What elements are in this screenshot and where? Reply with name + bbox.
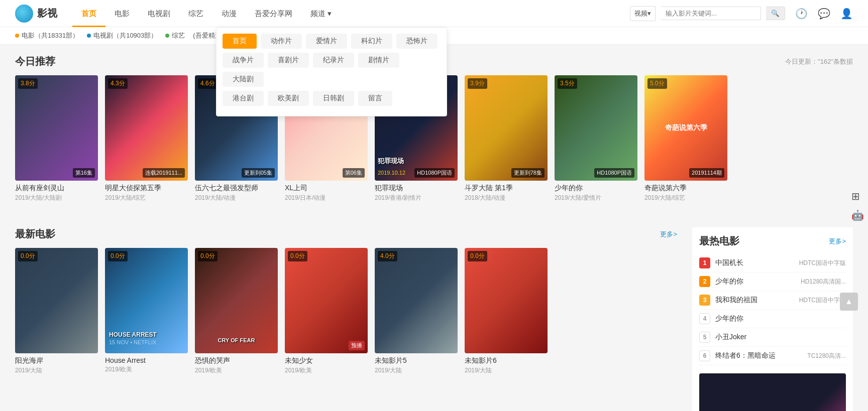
latest-meta-4: 2019/大陆 [375,366,458,375]
hot-movie-title-4: 小丑Joker [715,333,842,342]
user-icon[interactable]: 👤 [840,8,853,20]
hot-movie-tag-0: HDTC国语中字版 [799,259,846,267]
latest-meta-3: 2019/欧美 [285,366,368,375]
filter-horror[interactable]: 恐怖片 [396,34,438,49]
hot-more[interactable]: 更多> [829,237,846,246]
hot-rank-4: 5 [699,332,710,343]
filter-korean[interactable]: 日韩剧 [313,91,354,106]
hot-movies-section: 最热电影 更多> 1 中国机长 HDTC国语中字版 2 少年的你 HD1280高… [692,227,853,411]
today-score-7: 5.0分 [647,78,667,89]
today-meta-7: 2019/大陆/综艺 [644,194,727,202]
nav-item-variety[interactable]: 综艺 [179,0,212,27]
hot-movie-tag-5: TC1280高清... [807,352,846,360]
latest-more[interactable]: 更多> [660,230,677,239]
latest-thumb-3: 0.0分 预播 [285,248,368,353]
chevron-down-icon: ▾ [328,0,332,27]
hot-movie-title-0: 中国机长 [715,258,795,267]
hot-movie-tag-2: HDTC国语中字版 [799,296,846,305]
search-button[interactable]: 🔍 [766,7,785,20]
today-meta-6: 2019/大陆/爱情片 [555,194,637,202]
search-type-select[interactable]: 视频▾ [630,6,656,21]
filter-romance[interactable]: 爱情片 [306,34,347,49]
logo[interactable]: 影视 [15,5,57,23]
ad-banner: 我乐看 www.waleken.com [699,373,846,411]
today-title: 今日推荐 [15,55,55,68]
latest-title-5: 未知影片6 [465,356,548,365]
today-movie-0[interactable]: 3.8分 第16集 从前有座剑灵山 2019/大陆/大陆剧 [15,75,98,202]
message-icon[interactable]: 💬 [818,8,830,20]
latest-title-2: 恐惧的哭声 [195,356,278,365]
filter-drama[interactable]: 剧情片 [358,53,399,68]
nav-item-tv[interactable]: 电视剧 [139,0,179,27]
filter-home[interactable]: 首页 [223,34,257,49]
today-score-0: 3.8分 [18,78,38,89]
hot-list: 最热电影 更多> 1 中国机长 HDTC国语中字版 2 少年的你 HD1280高… [692,227,853,411]
android-icon[interactable]: 🤖 [851,209,864,221]
latest-score-3: 0.0分 [288,251,307,261]
nav-item-share[interactable]: 吾爱分享网 [246,0,301,27]
latest-thumb-date-1: 15 NOV • NETFLIX [109,339,156,345]
nav-item-home[interactable]: 首页 [72,0,105,27]
latest-movie-4[interactable]: 4.0分 未知影片5 2019/大陆 [375,248,458,375]
hot-title: 最热电影 [699,234,739,248]
hot-movie-title-1: 少年的你 [715,277,797,286]
latest-movie-5[interactable]: 0.0分 未知影片6 2019/大陆 [465,248,548,375]
latest-movie-3[interactable]: 0.0分 预播 未知少女 2019/欧美 [285,248,368,375]
filter-western[interactable]: 欧美剧 [268,91,309,106]
nav-item-anime[interactable]: 动漫 [212,0,246,27]
hot-item-4[interactable]: 5 小丑Joker [699,328,846,347]
latest-movie-1[interactable]: 0.0分 HOUSE ARREST 15 NOV • NETFLIX House… [105,248,188,375]
latest-thumb-0: 0.0分 [15,248,98,353]
cat-variety[interactable]: 综艺 [165,31,185,40]
hot-movie-title-5: 终结者6：黑暗命运 [715,351,803,360]
latest-score-4: 4.0分 [378,251,397,261]
today-badge-2: 更新到05集 [242,168,275,178]
hot-item-5[interactable]: 6 终结者6：黑暗命运 TC1280高清... [699,347,846,365]
scroll-up-button[interactable]: ▲ [840,293,858,311]
filter-comedy[interactable]: 喜剧片 [268,53,309,68]
search-input[interactable] [661,7,761,20]
hot-item-2[interactable]: 3 我和我的祖国 HDTC国语中字版 [699,291,846,310]
today-title-6: 少年的你 [555,184,637,193]
today-score-1: 4.3分 [108,78,128,89]
today-title-5: 斗罗大陆 第1季 [465,184,548,193]
nav-item-channel[interactable]: 频道 ▾ [301,0,341,27]
main-nav: 首页 电影 电视剧 综艺 动漫 吾爱分享网 频道 ▾ [72,0,341,27]
today-movie-5[interactable]: 3.9分 更新到78集 斗罗大陆 第1季 2018/大陆/动漫 [465,75,548,202]
latest-title-1: House Arrest [105,356,188,364]
filter-scifi[interactable]: 科幻片 [351,34,392,49]
nav-item-movies[interactable]: 电影 [105,0,139,27]
today-badge-1: 连载2019111... [143,168,185,178]
latest-thumb-4: 4.0分 [375,248,458,353]
latest-movie-2[interactable]: 0.0分 CRY OF FEAR 恐惧的哭声 2019/欧美 [195,248,278,375]
today-update: 今日更新："162"条数据 [785,57,853,66]
filter-war[interactable]: 战争片 [223,53,264,68]
latest-movie-0[interactable]: 0.0分 阳光海岸 2019/大陆 [15,248,98,375]
filter-mainland-drama[interactable]: 大陆剧 [223,72,264,87]
latest-thumb-2: 0.0分 CRY OF FEAR [195,248,278,353]
today-movie-7[interactable]: 5.0分 20191114期 奇葩说第六季 奇葩说第六季 2019/大陆/综艺 [644,75,727,202]
today-movie-1[interactable]: 4.3分 连载2019111... 明星大侦探第五季 2019/大陆/综艺 [105,75,188,202]
hot-item-0[interactable]: 1 中国机长 HDTC国语中字版 [699,254,846,272]
latest-score-0: 0.0分 [18,251,38,261]
latest-score-1: 0.0分 [108,251,128,261]
filter-feedback[interactable]: 留言 [358,91,392,106]
filter-documentary[interactable]: 纪录片 [313,53,354,68]
latest-score-5: 0.0分 [468,251,487,261]
windows-icon[interactable]: ⊞ [851,190,864,202]
filter-action[interactable]: 动作片 [261,34,302,49]
nav-dropdown-panel: 首页 动作片 爱情片 科幻片 恐怖片 战争片 喜剧片 纪录片 剧情片 大陆剧 港… [216,27,447,116]
hot-item-3[interactable]: 4 少年的你 [699,310,846,328]
filter-hk-tw[interactable]: 港台剧 [223,91,264,106]
today-badge-0: 第16集 [73,168,95,178]
hot-rank-2: 3 [699,295,710,306]
cat-tv[interactable]: 电视剧（共10903部） [87,31,157,40]
history-icon[interactable]: 🕐 [795,8,808,20]
hot-rank-5: 6 [699,350,710,361]
today-title-1: 明星大侦探第五季 [105,184,188,193]
dropdown-row-1: 首页 动作片 爱情片 科幻片 恐怖片 [223,34,441,49]
today-movie-6[interactable]: 3.5分 HD1080P国语 少年的你 2019/大陆/爱情片 [555,75,637,202]
cat-movies[interactable]: 电影（共18331部） [15,31,79,40]
hot-item-1[interactable]: 2 少年的你 HD1280高清国... [699,272,846,291]
dot-movies [15,34,19,38]
